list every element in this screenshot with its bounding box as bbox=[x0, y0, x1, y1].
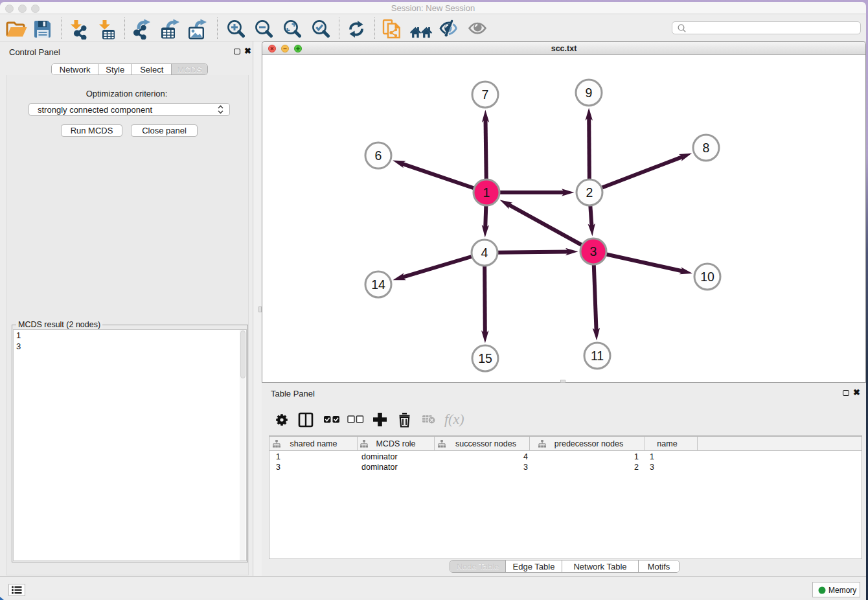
svg-text:2: 2 bbox=[586, 185, 593, 200]
svg-text:4: 4 bbox=[481, 246, 488, 260]
svg-text:6: 6 bbox=[375, 148, 382, 163]
svg-text:3: 3 bbox=[590, 244, 597, 259]
svg-text:8: 8 bbox=[703, 141, 710, 155]
svg-text:14: 14 bbox=[371, 277, 385, 292]
svg-text:f(x): f(x) bbox=[444, 412, 464, 427]
svg-text:9: 9 bbox=[586, 86, 593, 100]
svg-text:10: 10 bbox=[700, 270, 714, 284]
svg-text:7: 7 bbox=[482, 87, 489, 102]
svg-text:11: 11 bbox=[591, 349, 604, 363]
svg-text:1: 1 bbox=[483, 185, 490, 200]
svg-text:15: 15 bbox=[478, 351, 492, 365]
